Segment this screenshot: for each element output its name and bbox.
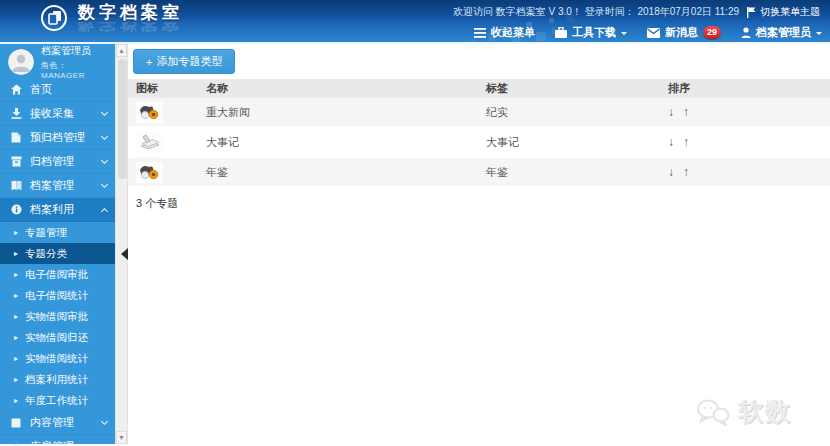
hamburger-icon — [474, 28, 486, 38]
triangle-bullet-icon: ▸ — [14, 228, 18, 237]
sort-up-button[interactable]: ↑ — [683, 106, 689, 118]
welcome-text: 欢迎访问 数字档案室 V 3.0！ 登录时间： 2018年07月02日 11:2… — [453, 5, 739, 19]
app-logo: 数字档案室 数字档案室 — [40, 4, 183, 32]
sidebar-scrollbar[interactable]: ▲ ▼ — [115, 44, 128, 444]
new-messages-label: 新消息 — [665, 25, 698, 40]
sidebar-item-content-mgmt[interactable]: 内容管理 — [0, 411, 115, 435]
row-icon-cell — [128, 162, 198, 183]
table-row[interactable]: 大事记 大事记 ↓ ↑ — [128, 128, 830, 158]
sidebar-item-home[interactable]: 首页 — [0, 78, 115, 102]
flag-icon — [747, 7, 756, 18]
chevron-down-icon — [101, 156, 108, 163]
tools-download-menu[interactable]: 工具下载 — [555, 25, 627, 40]
theme-switch-link[interactable]: 切换菜单主题 — [747, 5, 820, 19]
sidebar-subitem-physical-approval[interactable]: ▸ 实物借阅审批 — [0, 306, 115, 327]
sidebar-item-label: 库房管理 — [30, 439, 94, 446]
sidebar-subitem-label: 实物借阅统计 — [25, 352, 88, 366]
sidebar-item-storeroom-mgmt[interactable]: 库房管理 — [0, 435, 115, 446]
triangle-bullet-icon: ▸ — [14, 291, 18, 300]
col-header-name: 名称 — [198, 81, 478, 96]
row-icon-cell — [128, 102, 198, 123]
sidebar-item-label: 归档管理 — [30, 154, 94, 169]
avatar-person-icon — [8, 49, 34, 75]
envelope-icon — [647, 28, 660, 38]
sidebar-subitem-eborrow-approval[interactable]: ▸ 电子借阅审批 — [0, 264, 115, 285]
sidebar-item-label: 档案利用 — [30, 202, 94, 217]
sidebar-subitem-label: 电子借阅审批 — [25, 268, 88, 282]
col-header-sort: 排序 — [660, 81, 830, 96]
collapse-menu-button[interactable]: 收起菜单 — [474, 25, 535, 40]
scrollbar-thumb[interactable] — [118, 59, 127, 179]
sort-down-button[interactable]: ↓ — [668, 106, 674, 118]
sidebar-item-prearchive-mgmt[interactable]: 预归档管理 — [0, 126, 115, 150]
download-icon — [10, 108, 22, 120]
book-icon — [10, 180, 22, 192]
header-bar: 数字档案室 数字档案室 欢迎访问 数字档案室 V 3.0！ 登录时间： 2018… — [0, 0, 830, 44]
archive-box-icon — [10, 156, 22, 168]
home-icon — [10, 84, 22, 96]
user-name: 档案管理员 — [41, 44, 109, 58]
plus-icon: + — [146, 56, 152, 68]
scroll-down-button[interactable]: ▼ — [116, 431, 127, 444]
sidebar-item-receive-collect[interactable]: 接收采集 — [0, 102, 115, 126]
sort-down-button[interactable]: ↓ — [668, 166, 674, 178]
sort-up-button[interactable]: ↑ — [683, 166, 689, 178]
document-stack-icon — [136, 132, 163, 153]
table-row[interactable]: 年鉴 年鉴 ↓ ↑ — [128, 158, 830, 188]
sidebar-subitem-usage-stats[interactable]: ▸ 档案利用统计 — [0, 369, 115, 390]
chevron-down-icon — [621, 32, 627, 38]
info-icon — [10, 204, 22, 216]
sidebar-subitem-annual-stats[interactable]: ▸ 年度工作统计 — [0, 390, 115, 411]
triangle-bullet-icon: ▸ — [14, 249, 18, 258]
messages-count-badge[interactable]: 29 — [703, 26, 721, 39]
vendor-watermark: 软数 — [696, 395, 792, 428]
scroll-up-button[interactable]: ▲ — [116, 44, 127, 57]
main-content: + 添加专题类型 图标 名称 标签 排序 — [128, 44, 830, 444]
sidebar-item-label: 接收采集 — [30, 106, 94, 121]
sidebar-subitem-label: 档案利用统计 — [25, 373, 88, 387]
new-messages-button[interactable]: 新消息 29 — [647, 25, 721, 40]
sort-up-button[interactable]: ↑ — [683, 136, 689, 148]
chevron-down-icon — [101, 180, 108, 187]
sidebar-subitem-physical-return[interactable]: ▸ 实物借阅归还 — [0, 327, 115, 348]
warehouse-icon — [10, 441, 22, 446]
sidebar-user-panel: 档案管理员 角色： MANAGER — [0, 44, 115, 78]
sidebar-subitem-label: 电子借阅统计 — [25, 289, 88, 303]
sidebar-item-label: 档案管理 — [30, 178, 94, 193]
sidebar-subitem-label: 实物借阅审批 — [25, 310, 88, 324]
app-title: 数字档案室 — [78, 4, 183, 22]
add-topic-type-button[interactable]: + 添加专题类型 — [133, 49, 235, 74]
row-tag: 年鉴 — [478, 165, 660, 180]
col-header-tag: 标签 — [478, 81, 660, 96]
user-icon — [741, 27, 751, 38]
sidebar-item-label: 预归档管理 — [30, 130, 94, 145]
col-header-icon: 图标 — [128, 81, 198, 96]
sidebar-item-label: 首页 — [30, 82, 107, 97]
news-photo-icon — [136, 162, 163, 183]
sidebar-subitem-topic-mgmt[interactable]: ▸ 专题管理 — [0, 222, 115, 243]
sidebar-item-records-mgmt[interactable]: 档案管理 — [0, 174, 115, 198]
sidebar-subitem-physical-stats[interactable]: ▸ 实物借阅统计 — [0, 348, 115, 369]
role-value: MANAGER — [41, 71, 85, 80]
user-menu[interactable]: 档案管理员 — [741, 25, 822, 40]
table-row[interactable]: 重大新闻 纪实 ↓ ↑ — [128, 98, 830, 128]
collapse-menu-label: 收起菜单 — [491, 25, 535, 40]
triangle-bullet-icon: ▸ — [14, 312, 18, 321]
chevron-down-icon — [101, 417, 108, 424]
triangle-bullet-icon: ▸ — [14, 354, 18, 363]
sidebar-item-archive-mgmt[interactable]: 归档管理 — [0, 150, 115, 174]
sidebar-subitem-topic-category[interactable]: ▸ 专题分类 — [0, 243, 115, 264]
tools-download-label: 工具下载 — [572, 25, 616, 40]
sidebar-subitem-label: 实物借阅归还 — [25, 331, 88, 345]
sort-down-button[interactable]: ↓ — [668, 136, 674, 148]
row-sort-cell: ↓ ↑ — [660, 106, 830, 118]
role-label: 角色： — [41, 61, 67, 70]
sidebar: 档案管理员 角色： MANAGER 首页 接收采集 — [0, 44, 115, 444]
avatar — [8, 49, 34, 75]
sidebar-subitem-label: 年度工作统计 — [25, 394, 88, 408]
triangle-bullet-icon: ▸ — [14, 375, 18, 384]
sidebar-subitem-eborrow-stats[interactable]: ▸ 电子借阅统计 — [0, 285, 115, 306]
watermark-label: 软数 — [738, 395, 792, 428]
file-icon — [10, 132, 22, 144]
sidebar-item-records-use[interactable]: 档案利用 — [0, 198, 115, 222]
